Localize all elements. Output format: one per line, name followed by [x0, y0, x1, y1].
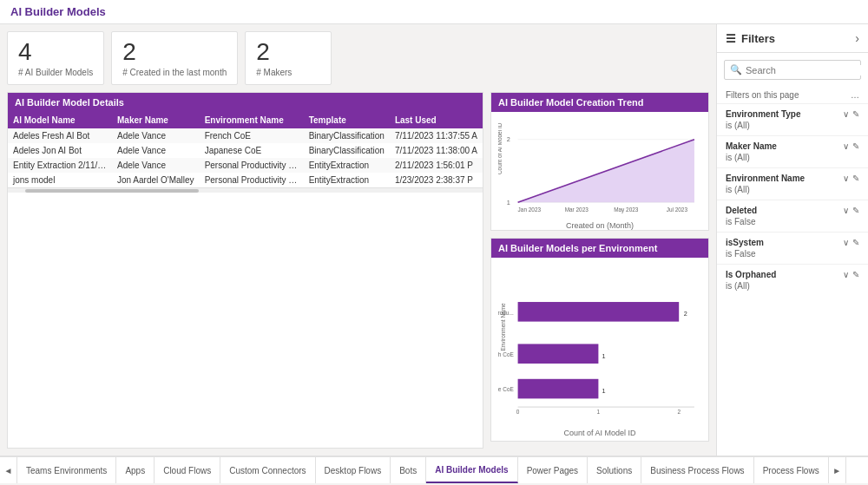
table-scroll[interactable]	[8, 187, 483, 193]
tab-bar: ◄ Teams EnvironmentsAppsCloud FlowsCusto…	[0, 456, 868, 483]
table-header-row: AI Model NameMaker NameEnvironment NameT…	[8, 112, 483, 128]
filter-item-1: Maker Name ∨ ✎ is (All)	[717, 135, 868, 167]
bar-chart-area: Environment Name Personal Produ... Frenc…	[498, 265, 701, 434]
filter-item-value-3: is False	[726, 217, 859, 226]
kpi-value-0: 4	[18, 39, 93, 66]
filter-item-value-0: is (All)	[726, 121, 859, 130]
filters-header: ☰ Filters ›	[717, 24, 868, 53]
filter-edit-icon-4[interactable]: ✎	[852, 238, 859, 247]
svg-text:Jan 2023: Jan 2023	[518, 206, 542, 213]
table-cell-2-0: Entity Extraction 2/11/2023, 6:55:59 AM	[8, 158, 112, 173]
kpi-label-2: # Makers	[256, 68, 320, 77]
search-icon: 🔍	[730, 64, 742, 75]
line-chart-area: 2 1 Count of AI Model ID	[498, 119, 701, 223]
table-cell-1-2: Japanese CoE	[200, 143, 304, 158]
filter-item-value-4: is False	[726, 249, 859, 259]
tab-business-process-flows[interactable]: Business Process Flows	[641, 457, 753, 483]
bar-chart-body: Environment Name Personal Produ... Frenc…	[491, 258, 708, 441]
table-cell-0-1: Adele Vance	[112, 128, 200, 143]
table-title: AI Builder Model Details	[8, 93, 483, 112]
filter-item-controls-5: ∨ ✎	[843, 270, 859, 279]
filter-chevron-icon-4[interactable]: ∨	[843, 238, 849, 247]
kpi-value-1: 2	[122, 39, 227, 66]
filter-chevron-icon-1[interactable]: ∨	[843, 141, 849, 151]
filter-edit-icon-2[interactable]: ✎	[852, 174, 859, 183]
filter-item-controls-3: ∨ ✎	[843, 206, 859, 215]
tab-ai-builder-models[interactable]: AI Builder Models	[426, 457, 517, 483]
table-cell-2-4: 2/11/2023 1:56:01 P	[390, 158, 483, 173]
tab-solutions[interactable]: Solutions	[588, 457, 641, 483]
table-cell-3-1: Jon Aardel O'Malley	[112, 173, 200, 187]
filter-item-header-3: Deleted ∨ ✎	[726, 206, 859, 215]
filter-item-title-3: Deleted	[726, 206, 757, 215]
kpi-card-0: 4 # AI Builder Models	[7, 31, 104, 85]
tab-process-flows[interactable]: Process Flows	[754, 457, 829, 483]
filter-item-title-1: Maker Name	[726, 141, 777, 151]
table-cell-0-0: Adeles Fresh AI Bot	[8, 128, 112, 143]
table-cell-1-0: Adeles Jon AI Bot	[8, 143, 112, 158]
filter-chevron-icon-3[interactable]: ∨	[843, 206, 849, 215]
filter-chevron-icon-0[interactable]: ∨	[843, 109, 849, 119]
tab-nav-right[interactable]: ►	[829, 457, 846, 483]
filters-title: ☰ Filters	[726, 32, 775, 45]
svg-text:2: 2	[677, 409, 681, 415]
table-cell-1-1: Adele Vance	[112, 143, 200, 158]
filter-search-box[interactable]: 🔍	[724, 60, 861, 80]
table-col-header: Maker Name	[112, 112, 200, 128]
svg-rect-15	[518, 302, 680, 322]
table-cell-2-2: Personal Productivity (default)	[200, 158, 304, 173]
kpi-value-2: 2	[256, 39, 320, 66]
filter-item-controls-0: ∨ ✎	[843, 109, 859, 119]
filter-edit-icon-1[interactable]: ✎	[852, 141, 859, 151]
table-row: jons modelJon Aardel O'MalleyPersonal Pr…	[8, 173, 483, 187]
bar-chart-title: AI Builder Models per Environment	[491, 239, 708, 258]
tab-teams-environments[interactable]: Teams Environments	[17, 457, 116, 483]
filter-item-value-2: is (All)	[726, 185, 859, 194]
tab-power-pages[interactable]: Power Pages	[518, 457, 588, 483]
ai-model-table: AI Model NameMaker NameEnvironment NameT…	[8, 112, 483, 187]
filter-chevron-icon-5[interactable]: ∨	[843, 270, 849, 279]
filter-edit-icon-0[interactable]: ✎	[852, 109, 859, 119]
tab-desktop-flows[interactable]: Desktop Flows	[316, 457, 391, 483]
table-row: Adeles Jon AI BotAdele VanceJapanese CoE…	[8, 143, 483, 158]
svg-text:Personal Produ...: Personal Produ...	[498, 309, 514, 315]
tab-cloud-flows[interactable]: Cloud Flows	[155, 457, 220, 483]
filter-search-input[interactable]	[746, 65, 865, 75]
svg-rect-17	[518, 344, 599, 364]
filter-item-5: Is Orphaned ∨ ✎ is (All)	[717, 264, 868, 296]
filter-item-title-5: Is Orphaned	[726, 270, 776, 279]
bar-chart-container: AI Builder Models per Environment Enviro…	[490, 238, 709, 442]
table-cell-3-4: 1/23/2023 2:38:37 P	[390, 173, 483, 187]
filter-edit-icon-5[interactable]: ✎	[852, 270, 859, 279]
filter-item-header-1: Maker Name ∨ ✎	[726, 141, 859, 151]
kpi-label-0: # AI Builder Models	[18, 68, 93, 77]
svg-text:0: 0	[516, 409, 520, 415]
filter-icon: ☰	[726, 32, 736, 45]
svg-text:Japanese CoE: Japanese CoE	[498, 386, 514, 393]
filters-collapse-button[interactable]: ›	[855, 31, 859, 45]
table-col-header: Template	[304, 112, 390, 128]
filter-chevron-icon-2[interactable]: ∨	[843, 174, 849, 183]
filter-item-value-5: is (All)	[726, 281, 859, 291]
svg-text:Mar 2023: Mar 2023	[565, 206, 589, 213]
tab-items-container: Teams EnvironmentsAppsCloud FlowsCustom …	[17, 457, 829, 483]
filter-item-0: Environment Type ∨ ✎ is (All)	[717, 103, 868, 135]
page-title: AI Builder Models	[10, 5, 106, 18]
svg-rect-19	[518, 379, 599, 399]
tab-apps[interactable]: Apps	[116, 457, 155, 483]
filters-ellipsis[interactable]: …	[851, 90, 859, 100]
filter-item-header-5: Is Orphaned ∨ ✎	[726, 270, 859, 279]
table-row: Entity Extraction 2/11/2023, 6:55:59 AMA…	[8, 158, 483, 173]
filter-item-controls-2: ∨ ✎	[843, 174, 859, 183]
kpi-card-1: 2 # Created in the last month	[111, 31, 238, 85]
filter-item-header-4: isSystem ∨ ✎	[726, 238, 859, 247]
table-cell-2-1: Adele Vance	[112, 158, 200, 173]
table-cell-2-3: EntityExtraction	[304, 158, 390, 173]
filter-item-controls-4: ∨ ✎	[843, 238, 859, 247]
filter-edit-icon-3[interactable]: ✎	[852, 206, 859, 215]
tab-custom-connectors[interactable]: Custom Connectors	[220, 457, 315, 483]
tab-nav-left[interactable]: ◄	[0, 457, 17, 483]
svg-text:1: 1	[602, 351, 605, 359]
svg-text:Jul 2023: Jul 2023	[667, 206, 688, 213]
tab-bots[interactable]: Bots	[391, 457, 426, 483]
